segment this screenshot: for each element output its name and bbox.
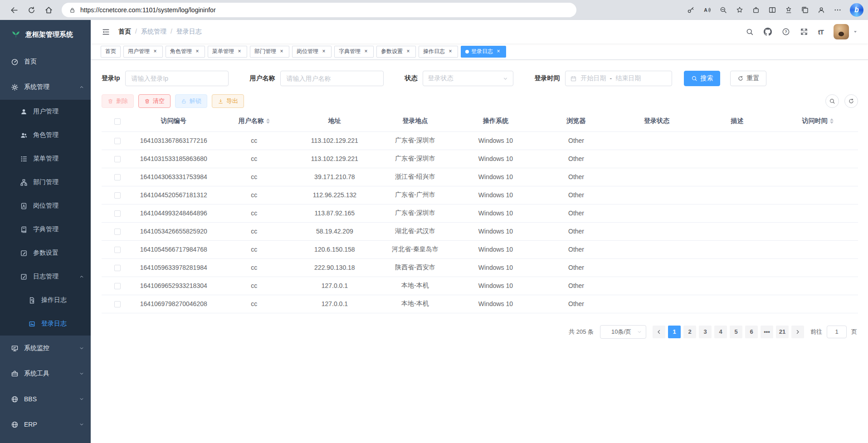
table-refresh-button[interactable] — [844, 94, 858, 108]
browser-nav-icon[interactable] — [41, 2, 56, 18]
row-checkbox[interactable] — [114, 229, 121, 235]
avatar[interactable] — [834, 24, 849, 39]
app-logo[interactable]: 意框架管理系统 — [0, 20, 91, 49]
font-size-icon[interactable]: tT — [818, 28, 824, 36]
navbar-action-icon[interactable] — [746, 28, 754, 36]
breadcrumb-item[interactable]: 首页/ — [118, 28, 141, 36]
table-column-header[interactable]: 访问时间 — [777, 111, 858, 131]
bing-logo[interactable]: b — [850, 3, 863, 17]
browser-toolbar-icon[interactable] — [814, 2, 829, 18]
status-select[interactable]: 登录状态 — [423, 71, 513, 86]
sidebar-item[interactable]: 首页 — [0, 49, 91, 74]
search-button[interactable]: 搜索 — [684, 71, 720, 86]
sidebar-item[interactable]: 操作日志 — [0, 288, 91, 312]
page-number-button[interactable]: 1 — [668, 326, 681, 338]
table-row[interactable]: 1641044520567181312 cc 112.96.225.132 广东… — [102, 186, 858, 204]
table-row[interactable]: 1641053426655825920 cc 58.19.42.209 湖北省-… — [102, 222, 858, 240]
sidebar-item[interactable]: BBS — [0, 386, 91, 412]
caret-down-icon[interactable] — [853, 29, 858, 34]
tab-close-icon[interactable] — [405, 49, 411, 55]
view-tab[interactable]: 字典管理 — [334, 46, 374, 58]
browser-toolbar-icon[interactable] — [732, 2, 747, 18]
page-number-button[interactable]: 21 — [776, 326, 789, 338]
table-row[interactable]: 1641069798270046208 cc 127.0.0.1 本地-本机 W… — [102, 295, 858, 313]
page-number-button[interactable]: 3 — [699, 326, 712, 338]
tab-close-icon[interactable] — [447, 49, 454, 55]
row-checkbox[interactable] — [114, 283, 121, 289]
sidebar-item[interactable]: 登录日志 — [0, 312, 91, 336]
table-column-header[interactable]: 地址 — [294, 111, 375, 131]
date-range-picker[interactable]: 开始日期 - 结束日期 — [565, 71, 672, 86]
next-page-button[interactable] — [791, 326, 804, 338]
toolbar-button[interactable]: 清空 — [138, 94, 171, 108]
url-text[interactable]: https://ccnetcore.com:1101/system/log/lo… — [80, 6, 216, 14]
browser-toolbar-icon[interactable] — [781, 2, 796, 18]
tab-close-icon[interactable] — [363, 49, 369, 55]
table-search-toggle-button[interactable] — [825, 94, 839, 108]
browser-toolbar-icon[interactable] — [797, 2, 813, 18]
breadcrumb-item[interactable]: 登录日志 — [176, 28, 202, 36]
tab-close-icon[interactable] — [152, 49, 158, 55]
row-checkbox[interactable] — [114, 301, 121, 307]
end-date-placeholder[interactable]: 结束日期 — [615, 74, 641, 83]
view-tab[interactable]: 岗位管理 — [292, 46, 332, 58]
page-number-button[interactable]: 5 — [730, 326, 742, 338]
sidebar-item[interactable]: ERP — [0, 412, 91, 437]
toolbar-button[interactable]: 导出 — [212, 94, 244, 108]
view-tab[interactable]: 登录日志 — [461, 46, 506, 58]
toolbar-button[interactable]: 解锁 — [175, 94, 207, 108]
user-name-input[interactable] — [280, 71, 384, 86]
browser-toolbar-icon[interactable] — [716, 2, 731, 18]
sidebar-item[interactable]: 用户管理 — [0, 100, 91, 123]
view-tab[interactable]: 菜单管理 — [208, 46, 247, 58]
row-checkbox[interactable] — [114, 210, 121, 217]
browser-toolbar-icon[interactable] — [830, 2, 845, 18]
start-date-placeholder[interactable]: 开始日期 — [580, 74, 606, 83]
tab-close-icon[interactable] — [495, 49, 502, 55]
sidebar-item[interactable]: 角色管理 — [0, 123, 91, 147]
table-row[interactable]: 1641031533185863680 cc 113.102.129.221 广… — [102, 150, 858, 168]
navbar-action-icon[interactable] — [800, 28, 808, 36]
row-checkbox[interactable] — [114, 138, 121, 144]
login-ip-input[interactable] — [125, 71, 229, 86]
select-all-checkbox[interactable] — [114, 118, 121, 125]
browser-toolbar-icon[interactable] — [683, 2, 698, 18]
table-column-header[interactable]: 访问编号 — [133, 111, 214, 131]
view-tab[interactable]: 首页 — [101, 46, 121, 58]
table-column-header[interactable]: 浏览器 — [536, 111, 617, 131]
row-checkbox[interactable] — [114, 174, 121, 180]
browser-toolbar-icon[interactable] — [748, 2, 764, 18]
sort-carets-icon[interactable] — [830, 118, 834, 124]
reset-button[interactable]: 重置 — [730, 71, 766, 86]
view-tab[interactable]: 角色管理 — [166, 46, 205, 58]
tab-close-icon[interactable] — [236, 49, 243, 55]
view-tab[interactable]: 参数设置 — [376, 46, 416, 58]
goto-page-input[interactable] — [827, 326, 847, 338]
page-number-button[interactable]: 6 — [745, 326, 758, 338]
view-tab[interactable]: 用户管理 — [123, 46, 163, 58]
page-size-select[interactable]: 10条/页 — [600, 325, 646, 339]
view-tab[interactable]: 部门管理 — [250, 46, 289, 58]
tab-close-icon[interactable] — [321, 49, 327, 55]
toolbar-button[interactable]: 删除 — [102, 94, 134, 108]
table-column-header[interactable]: 登录地点 — [375, 111, 456, 131]
sidebar-item[interactable]: Yi框架 — [0, 437, 91, 443]
page-number-button[interactable]: 4 — [714, 326, 727, 338]
browser-toolbar-icon[interactable] — [765, 2, 780, 18]
page-number-button[interactable]: 2 — [683, 326, 696, 338]
sidebar-item[interactable]: 参数设置 — [0, 241, 91, 265]
sidebar-item[interactable]: 系统监控 — [0, 336, 91, 361]
navbar-action-icon[interactable] — [764, 28, 772, 36]
view-tab[interactable]: 操作日志 — [419, 46, 458, 58]
table-column-header[interactable]: 登录状态 — [616, 111, 697, 131]
browser-toolbar-icon[interactable] — [699, 2, 715, 18]
sidebar-fold-icon[interactable] — [102, 28, 110, 36]
row-checkbox[interactable] — [114, 192, 121, 199]
sidebar-item[interactable]: 菜单管理 — [0, 147, 91, 170]
table-column-header[interactable]: 用户名称 — [214, 111, 295, 131]
sidebar-item[interactable]: 系统管理 — [0, 74, 91, 100]
sidebar-item[interactable]: 岗位管理 — [0, 194, 91, 218]
sort-carets-icon[interactable] — [266, 118, 270, 124]
address-bar[interactable]: https://ccnetcore.com:1101/system/log/lo… — [62, 3, 576, 17]
table-row[interactable]: 1641059633978281984 cc 222.90.130.18 陕西省… — [102, 258, 858, 277]
